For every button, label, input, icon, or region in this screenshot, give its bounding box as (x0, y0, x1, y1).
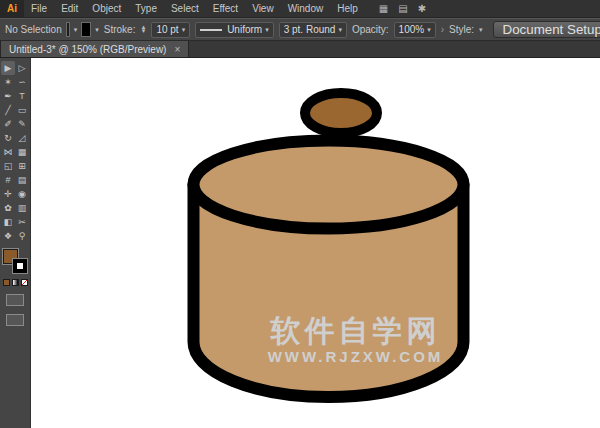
opacity-caret-icon[interactable]: ▾ (427, 26, 431, 33)
document-tab[interactable]: Untitled-3* @ 150% (RGB/Preview) × (0, 41, 189, 57)
pot-illustration (31, 58, 600, 428)
fill-stroke-indicator[interactable] (3, 249, 27, 273)
selection-status-label: No Selection (5, 24, 62, 35)
variable-width-dropdown[interactable]: Uniform ▾ (195, 22, 274, 38)
artboard-tool-icon[interactable]: ◧ (1, 215, 15, 229)
opacity-field[interactable]: 100% ▾ (394, 22, 436, 38)
stroke-weight-stepper[interactable]: ▲▼ (140, 26, 146, 33)
width-tool-icon[interactable]: ⋈ (1, 145, 15, 159)
width-profile-icon (200, 29, 222, 31)
lasso-tool-icon[interactable]: ∽ (15, 75, 29, 89)
pen-tool-icon[interactable]: ✒ (1, 89, 15, 103)
artboard-canvas[interactable]: 软件自学网 WWW.RJZXW.COM (31, 58, 600, 428)
brush-definition-dropdown[interactable]: 3 pt. Round ▾ (279, 22, 347, 38)
free-transform-tool-icon[interactable]: ▦ (15, 145, 29, 159)
fill-dropdown-caret-icon[interactable]: ▾ (74, 26, 78, 33)
stroke-color-swatch[interactable] (82, 23, 90, 36)
more-options-chevron-icon[interactable]: › (441, 24, 444, 35)
perspective-grid-tool-icon[interactable]: ⊞ (15, 159, 29, 173)
workspace-switcher-icon[interactable]: ▤ (398, 3, 407, 14)
stroke-dropdown-caret-icon[interactable]: ▾ (95, 26, 99, 33)
rotate-tool-icon[interactable]: ↻ (1, 131, 15, 145)
stroke-weight-caret-icon[interactable]: ▾ (182, 26, 186, 33)
zoom-tool-icon[interactable]: ⚲ (15, 229, 29, 243)
menu-select[interactable]: Select (164, 0, 206, 18)
menu-help[interactable]: Help (330, 0, 365, 18)
toolbar-stroke-swatch[interactable] (13, 259, 27, 273)
hand-tool-icon[interactable]: ❖ (1, 229, 15, 243)
drawing-modes-icon[interactable] (6, 294, 24, 306)
scale-tool-icon[interactable]: ◿ (15, 131, 29, 145)
pencil-tool-icon[interactable]: ✎ (15, 117, 29, 131)
menu-edit[interactable]: Edit (54, 0, 85, 18)
none-button-icon[interactable] (21, 279, 28, 286)
menu-bar: Ai File Edit Object Type Select Effect V… (0, 0, 600, 18)
mesh-tool-icon[interactable]: # (1, 173, 15, 187)
selection-tool-icon[interactable]: ▶ (1, 61, 15, 75)
type-tool-icon[interactable]: T (15, 89, 29, 103)
variable-width-caret-icon[interactable]: ▾ (265, 26, 269, 33)
tab-close-icon[interactable]: × (174, 44, 180, 55)
menu-type[interactable]: Type (128, 0, 164, 18)
gradient-tool-icon[interactable]: ▤ (15, 173, 29, 187)
tools-panel: ▶▷✶∽✒T╱▭✐✎↻◿⋈▦◱⊞#▤✛◉✿▥◧✂❖⚲ (0, 58, 31, 428)
blend-tool-icon[interactable]: ◉ (15, 187, 29, 201)
column-graph-tool-icon[interactable]: ▥ (15, 201, 29, 215)
menu-object[interactable]: Object (85, 0, 128, 18)
illustrator-logo: Ai (0, 0, 24, 18)
style-label: Style: (449, 24, 474, 35)
symbol-sprayer-tool-icon[interactable]: ✿ (1, 201, 15, 215)
direct-selection-tool-icon[interactable]: ▷ (15, 61, 29, 75)
color-button-icon[interactable] (3, 279, 10, 286)
slice-tool-icon[interactable]: ✂ (15, 215, 29, 229)
stroke-weight-field[interactable]: 10 pt ▾ (151, 22, 190, 38)
document-setup-button[interactable]: Document Setup (493, 21, 600, 38)
document-tab-bar: Untitled-3* @ 150% (RGB/Preview) × (0, 41, 600, 58)
fill-color-swatch[interactable] (67, 23, 69, 36)
opacity-label: Opacity: (352, 24, 389, 35)
stroke-label: Stroke: (104, 24, 136, 35)
brush-caret-icon[interactable]: ▾ (338, 26, 342, 33)
pot-lid-shape[interactable] (194, 141, 464, 229)
shape-builder-tool-icon[interactable]: ◱ (1, 159, 15, 173)
menu-effect[interactable]: Effect (206, 0, 245, 18)
control-bar: No Selection ▾ ▾ Stroke: ▲▼ 10 pt ▾ Unif… (0, 18, 600, 41)
menu-view[interactable]: View (245, 0, 281, 18)
paintbrush-tool-icon[interactable]: ✐ (1, 117, 15, 131)
pot-knob-shape[interactable] (305, 93, 377, 133)
eyedropper-tool-icon[interactable]: ✛ (1, 187, 15, 201)
magic-wand-tool-icon[interactable]: ✶ (1, 75, 15, 89)
gradient-button-icon[interactable] (12, 279, 19, 286)
toolbar-tools: ▶▷✶∽✒T╱▭✐✎↻◿⋈▦◱⊞#▤✛◉✿▥◧✂❖⚲ (1, 61, 29, 243)
screen-mode-icon[interactable] (6, 314, 24, 326)
cs-services-icon[interactable]: ✱ (418, 3, 426, 14)
menu-file[interactable]: File (24, 0, 54, 18)
line-segment-tool-icon[interactable]: ╱ (1, 103, 15, 117)
style-caret-icon[interactable]: ▾ (479, 26, 483, 33)
arrange-documents-icon[interactable]: ▦ (379, 3, 388, 14)
rectangle-tool-icon[interactable]: ▭ (15, 103, 29, 117)
menu-window[interactable]: Window (281, 0, 331, 18)
document-tab-title: Untitled-3* @ 150% (RGB/Preview) (9, 44, 166, 55)
